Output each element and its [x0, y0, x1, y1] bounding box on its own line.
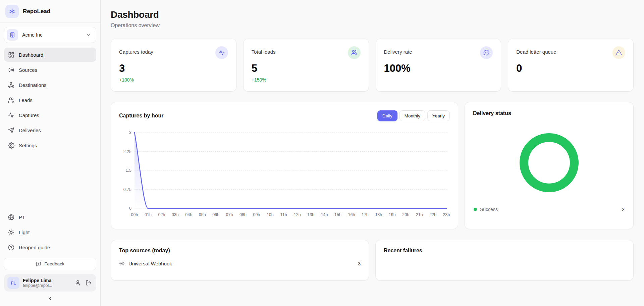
svg-text:3: 3 — [129, 130, 131, 135]
stats-row: Captures today 3 +100% Total leads 5 +15… — [111, 39, 634, 92]
stat-label: Dead letter queue — [516, 46, 556, 55]
logo-row: RepoLead — [0, 0, 100, 23]
legend-value: 2 — [622, 207, 625, 212]
circle-check-icon — [480, 46, 493, 59]
legend-dot — [474, 208, 477, 211]
svg-text:14h: 14h — [321, 212, 328, 217]
activity-icon — [215, 46, 228, 59]
recent-failures-title: Recent failures — [384, 248, 625, 254]
sun-icon — [8, 229, 14, 236]
user-card[interactable]: FL Felippe Lima felippe@repol... — [4, 274, 96, 292]
settings-icon — [8, 142, 14, 149]
sidebar-item-label: Deliveries — [19, 128, 41, 133]
app-logo-icon — [5, 5, 19, 18]
legend-row: Success 2 — [473, 207, 625, 221]
sidebar-item-label: Leads — [19, 97, 33, 103]
toggle-monthly[interactable]: Monthly — [399, 110, 425, 121]
globe-icon — [8, 214, 14, 220]
svg-text:16h: 16h — [348, 212, 355, 217]
svg-text:05h: 05h — [199, 212, 206, 217]
svg-text:13h: 13h — [307, 212, 314, 217]
top-sources-title: Top sources (today) — [119, 248, 361, 254]
theme-label: Light — [19, 230, 30, 235]
donut-chart — [473, 116, 625, 207]
language-switcher[interactable]: PT — [4, 210, 96, 224]
org-name: Acme Inc — [22, 32, 82, 38]
stat-label: Delivery rate — [384, 46, 412, 55]
stat-card-total-leads: Total leads 5 +150% — [243, 39, 369, 92]
sidebar-item-sources[interactable]: Sources — [4, 63, 96, 77]
feedback-button[interactable]: Feedback — [4, 258, 96, 270]
sidebar-item-label: Destinations — [19, 82, 47, 88]
logout-button[interactable] — [86, 280, 92, 286]
svg-text:20h: 20h — [402, 212, 409, 217]
toggle-yearly[interactable]: Yearly — [427, 110, 450, 121]
sidebar-item-label: Sources — [19, 67, 37, 73]
charts-row: Captures by hour Daily Monthly Yearly 00… — [111, 102, 634, 229]
reopen-guide[interactable]: Reopen guide — [4, 240, 96, 254]
org-selector[interactable]: Acme Inc — [4, 27, 96, 43]
user-actions — [75, 280, 93, 286]
triangle-alert-icon — [612, 46, 625, 59]
svg-text:10h: 10h — [267, 212, 274, 217]
stat-value: 5 — [252, 62, 361, 74]
svg-text:0: 0 — [129, 206, 131, 211]
stat-card-delivery-rate: Delivery rate 100% — [376, 39, 501, 92]
stat-card-captures-today: Captures today 3 +100% — [111, 39, 236, 92]
svg-text:18h: 18h — [375, 212, 382, 217]
svg-text:15h: 15h — [334, 212, 341, 217]
chevron-down-icon — [86, 32, 91, 38]
users-icon — [8, 97, 14, 103]
sidebar-nav: Dashboard Sources Destinations Leads Cap… — [0, 43, 100, 153]
list-item[interactable]: Universal Webhook 3 — [119, 261, 361, 266]
svg-text:11h: 11h — [280, 212, 287, 217]
svg-text:07h: 07h — [226, 212, 233, 217]
user-meta: Felippe Lima felippe@repol... — [23, 278, 71, 288]
stat-delta — [384, 77, 493, 83]
activity-icon — [8, 112, 14, 118]
toggle-daily[interactable]: Daily — [377, 110, 397, 121]
theme-toggle[interactable]: Light — [4, 225, 96, 239]
svg-text:08h: 08h — [239, 212, 247, 217]
svg-text:12h: 12h — [294, 212, 301, 217]
sidebar-item-label: Settings — [19, 143, 37, 148]
sidebar-item-dashboard[interactable]: Dashboard — [4, 48, 96, 62]
profile-button[interactable] — [75, 280, 81, 286]
layout-dashboard-icon — [8, 52, 14, 58]
recent-failures-card: Recent failures — [375, 240, 634, 280]
stat-value: 3 — [119, 62, 228, 74]
users-icon — [348, 46, 361, 59]
svg-text:23h: 23h — [443, 212, 450, 217]
svg-text:09h: 09h — [253, 212, 260, 217]
sidebar-item-label: Captures — [19, 112, 39, 118]
svg-text:03h: 03h — [172, 212, 179, 217]
main-content: Dashboard Operations overview Captures t… — [101, 0, 644, 306]
stat-delta — [516, 77, 625, 83]
stat-label: Total leads — [252, 46, 276, 55]
sidebar: RepoLead Acme Inc Dashboard Sources Dest… — [0, 0, 101, 306]
delivery-status-card: Delivery status Success 2 — [465, 102, 634, 229]
collapse-row — [4, 292, 96, 306]
line-chart: 00.751.52.25300h01h02h03h04h05h06h07h08h… — [119, 129, 450, 219]
legend-label: Success — [480, 207, 619, 212]
radio-icon — [119, 261, 125, 266]
stat-delta: +150% — [252, 77, 361, 83]
svg-text:01h: 01h — [145, 212, 152, 217]
feedback-label: Feedback — [44, 261, 64, 266]
sidebar-item-leads[interactable]: Leads — [4, 93, 96, 107]
sidebar-item-settings[interactable]: Settings — [4, 138, 96, 152]
svg-text:02h: 02h — [158, 212, 165, 217]
user-name: Felippe Lima — [23, 278, 71, 283]
svg-text:06h: 06h — [212, 212, 219, 217]
sidebar-item-destinations[interactable]: Destinations — [4, 78, 96, 92]
stat-card-dead-letter-queue: Dead letter queue 0 — [508, 39, 634, 92]
sidebar-item-captures[interactable]: Captures — [4, 108, 96, 122]
collapse-sidebar-button[interactable] — [47, 296, 53, 301]
sidebar-footer: PT Light Reopen guide Feedback FL Felipp… — [0, 210, 100, 306]
webhook-icon — [8, 82, 14, 88]
stat-delta: +100% — [119, 77, 228, 83]
stat-label: Captures today — [119, 46, 153, 55]
svg-text:00h: 00h — [131, 212, 138, 217]
delivery-status-title: Delivery status — [473, 110, 625, 116]
sidebar-item-deliveries[interactable]: Deliveries — [4, 123, 96, 137]
